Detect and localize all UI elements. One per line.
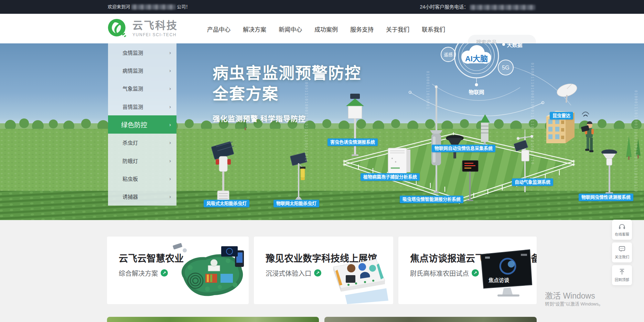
menu-item-disease-monitoring[interactable]: 病情监测› <box>108 61 176 79</box>
menu-item-lure-trap[interactable]: 诱捕器› <box>108 188 176 206</box>
top-info-bar: 欢迎来到河公司！ 24小时客户服务电话： <box>0 0 644 14</box>
nav-support[interactable]: 服务支持 <box>350 25 374 33</box>
device-tag[interactable]: 物联网虫情性诱测报系统 <box>579 194 633 201</box>
logo-cn: 云飞科技 <box>132 20 178 31</box>
nav-products[interactable]: 产品中心 <box>207 25 230 33</box>
next-row-image-right[interactable] <box>324 317 537 322</box>
hub-node-bigdata: 大数据 <box>507 43 522 48</box>
follow-us-button[interactable]: 关注我们 <box>612 242 632 262</box>
hub-ai-label: AI大脑 <box>465 54 488 63</box>
site-header: 云飞科技 YUNFEI SCI-TECH 产品中心 解决方案 新闻中心 成功案例… <box>0 14 644 44</box>
chevron-right-icon: › <box>169 139 171 145</box>
headset-icon <box>618 223 626 230</box>
device-tag[interactable]: 昆虫雷达 <box>550 112 573 120</box>
hub-node-iot: 物联网 <box>469 89 484 95</box>
menu-item-green-control[interactable]: 绿色防控› <box>108 115 176 133</box>
menu-item-sticky-trap-board[interactable]: 粘虫板› <box>108 169 176 187</box>
chevron-right-icon: › <box>169 104 171 110</box>
main-nav: 产品中心 解决方案 新闻中心 成功案例 服务支持 关于我们 联系我们 <box>207 14 445 44</box>
device-tag[interactable]: 物联网太阳能杀虫灯 <box>273 200 319 207</box>
next-row-image-left[interactable] <box>107 317 319 322</box>
hero-copy: 病虫害监测预警防控 全套方案 强化监测预警 科学指导防控 <box>213 63 361 123</box>
logo-icon <box>108 19 128 39</box>
menu-item-moth-control-lamp[interactable]: 防蛾灯› <box>108 152 176 169</box>
chevron-right-icon: › <box>169 122 171 127</box>
logo-en: YUNFEI SCI-TECH <box>132 32 178 37</box>
exhibition-hall-illustration <box>324 237 393 304</box>
spore-cabinet-device <box>388 148 410 174</box>
device-tag[interactable]: 害虫色诱虫情测报系统 <box>328 138 378 146</box>
welcome-suffix: 公司！ <box>177 4 190 9</box>
device-tag[interactable]: 自动气象监测系统 <box>512 178 553 186</box>
redacted-phone-number <box>470 5 535 10</box>
card-subtitle[interactable]: 综合解决方案 ↗ <box>119 268 168 278</box>
menu-item-insect-monitoring[interactable]: 虫情监测› <box>108 43 176 61</box>
service-phone-label: 24小时客户服务电话： <box>420 4 469 10</box>
device-tag[interactable]: 植物病菌孢子捕捉分析系统 <box>361 173 420 181</box>
hero-title-line2: 全套方案 <box>213 83 361 104</box>
hero-subtitle: 强化监测预警 科学指导防控 <box>213 113 361 123</box>
chevron-right-icon: › <box>169 85 171 91</box>
binary-stream: 0100011101000110001101100011010010110 <box>426 71 430 109</box>
device-tag[interactable]: 吸虫塔虫情智能测报分析系统 <box>400 196 463 203</box>
windows-activation-watermark: 激活 Windows <box>545 289 595 301</box>
card-online-exhibition[interactable]: 豫见农业数字科技线上展馆 沉浸式体验入口 ↗ <box>254 237 393 304</box>
chevron-right-icon: › <box>169 50 171 55</box>
hero-title-line1: 病虫害监测预警防控 <box>213 63 361 83</box>
page: 欢迎来到河公司！ 24小时客户服务电话： 云飞科技 YUNFEI SCI-TEC… <box>0 0 644 322</box>
nav-news[interactable]: 新闻中心 <box>279 25 302 33</box>
redacted-company-name <box>131 4 175 10</box>
menu-item-insect-killing-lamp[interactable]: 杀虫灯› <box>108 134 176 152</box>
service-phone: 24小时客户服务电话： <box>420 0 537 14</box>
hero-banner: AI大脑 遥感 5G 物联网 大数据 <box>0 43 644 220</box>
tv-screen-caption: 焦点访谈 <box>488 277 509 283</box>
menu-item-weather-monitoring[interactable]: 气象监测› <box>108 80 176 97</box>
welcome-message: 欢迎来到河公司！ <box>108 0 190 14</box>
arrow-link-icon[interactable]: ↗ <box>161 269 168 277</box>
binary-stream: 0100011101000110001101100011010010110 <box>634 90 638 194</box>
menu-item-seedling-monitoring[interactable]: 苗情监测› <box>108 97 176 115</box>
logo[interactable]: 云飞科技 YUNFEI SCI-TECH <box>108 19 178 39</box>
smart-farm-illustration <box>170 237 249 304</box>
nav-solutions[interactable]: 解决方案 <box>243 25 266 33</box>
arrow-link-icon[interactable]: ↗ <box>314 269 321 277</box>
hub-node-5g: 5G <box>502 65 509 71</box>
card-cctv-report[interactable]: 焦点访谈报道云飞数字植保设备 尉氏高标准农田试点 ↗ 焦点访谈 <box>398 237 537 304</box>
logo-text: 云飞科技 YUNFEI SCI-TECH <box>132 20 178 37</box>
card-subtitle[interactable]: 尉氏高标准农田试点 ↗ <box>410 268 479 278</box>
tv-report-illustration: 焦点访谈 <box>475 237 537 304</box>
nav-cases[interactable]: 成功案例 <box>314 25 338 33</box>
ai-hub: AI大脑 遥感 5G 物联网 大数据 <box>409 43 571 116</box>
chevron-right-icon: › <box>169 176 171 181</box>
nav-contact[interactable]: 联系我们 <box>422 25 445 33</box>
card-subtitle[interactable]: 沉浸式体验入口 ↗ <box>266 268 321 278</box>
chevron-right-icon: › <box>169 194 171 199</box>
back-to-top-button[interactable]: 回到顶部 <box>612 265 632 285</box>
welcome-prefix: 欢迎来到河 <box>108 4 130 9</box>
nav-about[interactable]: 关于我们 <box>386 25 409 33</box>
arrow-up-icon <box>619 268 625 275</box>
binary-stream: 0100011101000110001101100011010010110 <box>530 63 534 169</box>
device-tag[interactable]: 物联网自动虫情信息采集系统 <box>432 145 495 152</box>
windows-activation-hint: 转到“设置”以激活 Windows。 <box>545 300 603 307</box>
online-service-button[interactable]: 在线客服 <box>612 220 632 240</box>
device-tag[interactable]: 风吸式太阳能杀虫灯 <box>204 200 249 207</box>
product-mega-menu: 虫情监测› 病情监测› 气象监测› 苗情监测› 绿色防控› 杀虫灯› 防蛾灯› … <box>108 43 176 206</box>
card-smart-agriculture[interactable]: 云飞云智慧农业 综合解决方案 ↗ <box>107 237 249 304</box>
wechat-icon <box>618 246 626 252</box>
chevron-right-icon: › <box>169 67 171 73</box>
hub-node-remote-sensing: 遥感 <box>444 52 453 57</box>
chevron-right-icon: › <box>169 158 171 164</box>
